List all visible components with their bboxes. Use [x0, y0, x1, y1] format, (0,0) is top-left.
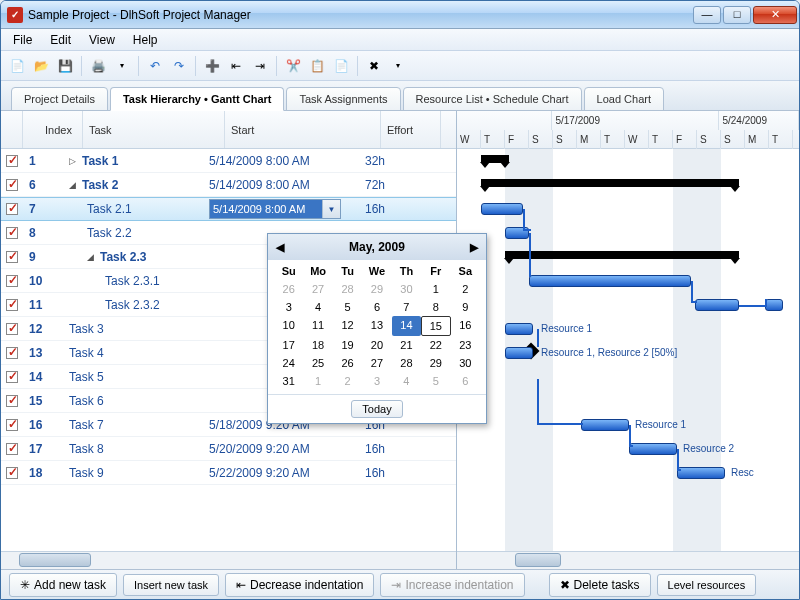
new-icon[interactable]: 📄 [7, 56, 27, 76]
start-cell[interactable]: 5/14/2009 8:00 AM [203, 173, 359, 196]
next-month-button[interactable]: ▶ [470, 241, 478, 254]
task-cell[interactable]: Task 2.2 [61, 221, 203, 244]
effort-cell[interactable]: 32h [359, 149, 419, 172]
indent-icon[interactable]: ⇥ [250, 56, 270, 76]
calendar-day[interactable]: 9 [451, 298, 480, 316]
task-cell[interactable]: Task 7 [61, 413, 203, 436]
calendar-day[interactable]: 6 [362, 298, 391, 316]
table-row[interactable]: 7Task 2.15/14/2009 8:00 AM▼16h [1, 197, 456, 221]
flag-cell[interactable] [1, 413, 23, 436]
start-cell[interactable]: 5/14/2009 8:00 AM [203, 149, 359, 172]
maximize-button[interactable]: □ [723, 6, 751, 24]
flag-cell[interactable] [1, 149, 23, 172]
col-task[interactable]: Task [83, 111, 225, 148]
calendar-day[interactable]: 29 [362, 280, 391, 298]
delete-icon[interactable]: ✖ [364, 56, 384, 76]
calendar-day[interactable]: 28 [392, 354, 421, 372]
flag-cell[interactable] [1, 245, 23, 268]
task-cell[interactable]: Task 5 [61, 365, 203, 388]
dropdown-icon[interactable]: ▼ [322, 200, 340, 218]
calendar-day[interactable]: 26 [333, 354, 362, 372]
flag-cell[interactable] [1, 341, 23, 364]
task-cell[interactable]: Task 4 [61, 341, 203, 364]
calendar-day[interactable]: 3 [362, 372, 391, 390]
menu-file[interactable]: File [5, 31, 40, 49]
calendar-day[interactable]: 31 [274, 372, 303, 390]
expand-icon[interactable]: ◢ [87, 252, 97, 262]
effort-cell[interactable]: 16h [359, 198, 419, 220]
calendar-day[interactable]: 5 [421, 372, 450, 390]
calendar-day[interactable]: 30 [451, 354, 480, 372]
add-task-button[interactable]: ✳Add new task [9, 573, 117, 597]
gantt-bar[interactable] [505, 323, 533, 335]
calendar-day[interactable]: 1 [421, 280, 450, 298]
menu-edit[interactable]: Edit [42, 31, 79, 49]
calendar-day[interactable]: 18 [303, 336, 332, 354]
calendar-day[interactable]: 8 [421, 298, 450, 316]
calendar-day[interactable]: 7 [392, 298, 421, 316]
calendar-day[interactable]: 26 [274, 280, 303, 298]
summary-bar[interactable] [505, 251, 739, 259]
table-row[interactable]: 18Task 95/22/2009 9:20 AM16h [1, 461, 456, 485]
calendar-day[interactable]: 13 [362, 316, 391, 336]
calendar-day[interactable]: 23 [451, 336, 480, 354]
calendar-day[interactable]: 2 [333, 372, 362, 390]
level-resources-button[interactable]: Level resources [657, 574, 757, 596]
task-cell[interactable]: Task 9 [61, 461, 203, 484]
calendar-day[interactable]: 15 [421, 316, 450, 336]
gantt-bar[interactable] [581, 419, 629, 431]
add-task-icon[interactable]: ➕ [202, 56, 222, 76]
today-button[interactable]: Today [351, 400, 402, 418]
calendar-day[interactable]: 27 [362, 354, 391, 372]
menu-view[interactable]: View [81, 31, 123, 49]
expand-icon[interactable]: ◢ [69, 180, 79, 190]
effort-cell[interactable]: 72h [359, 173, 419, 196]
calendar-day[interactable]: 11 [303, 316, 332, 336]
calendar-day[interactable]: 10 [274, 316, 303, 336]
task-cell[interactable]: Task 8 [61, 437, 203, 460]
gantt-bar[interactable] [695, 299, 739, 311]
redo-icon[interactable]: ↷ [169, 56, 189, 76]
flag-cell[interactable] [1, 437, 23, 460]
close-button[interactable]: ✕ [753, 6, 797, 24]
tab-assignments[interactable]: Task Assignments [286, 87, 400, 111]
col-effort[interactable]: Effort [381, 111, 441, 148]
table-row[interactable]: 6◢Task 25/14/2009 8:00 AM72h [1, 173, 456, 197]
save-icon[interactable]: 💾 [55, 56, 75, 76]
flag-cell[interactable] [1, 293, 23, 316]
calendar-day[interactable]: 29 [421, 354, 450, 372]
flag-cell[interactable] [1, 365, 23, 388]
grid-scrollbar[interactable] [1, 551, 456, 569]
task-cell[interactable]: ◢Task 2.3 [61, 245, 203, 268]
table-row[interactable]: 1▷Task 15/14/2009 8:00 AM32h [1, 149, 456, 173]
task-cell[interactable]: Task 2.1 [61, 198, 203, 220]
paste-icon[interactable]: 📄 [331, 56, 351, 76]
task-cell[interactable]: ◢Task 2 [61, 173, 203, 196]
undo-icon[interactable]: ↶ [145, 56, 165, 76]
summary-bar[interactable] [481, 155, 509, 163]
calendar-day[interactable]: 1 [303, 372, 332, 390]
gantt-bar[interactable] [481, 203, 523, 215]
flag-cell[interactable] [1, 173, 23, 196]
tab-resource-list[interactable]: Resource List • Schedule Chart [403, 87, 582, 111]
calendar-day[interactable]: 3 [274, 298, 303, 316]
calendar-day[interactable]: 22 [421, 336, 450, 354]
flag-cell[interactable] [1, 389, 23, 412]
calendar-day[interactable]: 20 [362, 336, 391, 354]
date-input[interactable]: 5/14/2009 8:00 AM▼ [209, 199, 341, 219]
calendar-day[interactable]: 19 [333, 336, 362, 354]
flag-cell[interactable] [1, 461, 23, 484]
task-cell[interactable]: Task 3 [61, 317, 203, 340]
gantt-bar[interactable] [529, 275, 691, 287]
flag-cell[interactable] [1, 269, 23, 292]
calendar-title[interactable]: May, 2009 [349, 240, 405, 254]
tab-load-chart[interactable]: Load Chart [584, 87, 664, 111]
calendar-day[interactable]: 21 [392, 336, 421, 354]
tab-project-details[interactable]: Project Details [11, 87, 108, 111]
calendar-day[interactable]: 4 [303, 298, 332, 316]
start-cell[interactable]: 5/22/2009 9:20 AM [203, 461, 359, 484]
start-cell[interactable]: 5/20/2009 9:20 AM [203, 437, 359, 460]
cut-icon[interactable]: ✂️ [283, 56, 303, 76]
copy-icon[interactable]: 📋 [307, 56, 327, 76]
calendar-day[interactable]: 5 [333, 298, 362, 316]
